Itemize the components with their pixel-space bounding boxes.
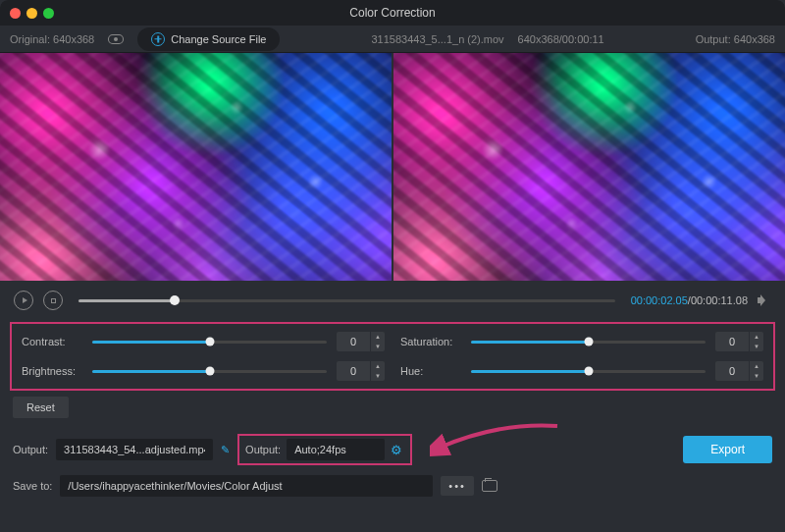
sliders-panel: Contrast: ▲▼ Saturation: ▲▼ Brightness: … xyxy=(10,322,775,391)
saturation-slider[interactable] xyxy=(471,341,706,344)
brightness-input[interactable] xyxy=(337,361,370,381)
save-to-label: Save to: xyxy=(13,480,52,492)
plus-icon xyxy=(151,32,165,46)
open-folder-icon[interactable] xyxy=(482,480,497,492)
hue-value: ▲▼ xyxy=(715,361,763,381)
preview-row xyxy=(0,53,785,281)
browse-button[interactable]: ••• xyxy=(441,476,474,496)
brightness-step-up[interactable]: ▲ xyxy=(371,361,385,371)
stop-icon xyxy=(51,298,56,303)
contrast-control: Contrast: ▲▼ xyxy=(22,332,385,351)
close-icon[interactable] xyxy=(10,8,21,19)
hue-slider[interactable] xyxy=(471,370,706,373)
annotation-arrow-icon xyxy=(430,420,567,459)
output-format-box: Output: ⚙ xyxy=(237,434,412,465)
output-format-label: Output: xyxy=(245,444,281,455)
source-filename: 311583443_5...1_n (2).mov xyxy=(371,33,503,45)
saturation-control: Saturation: ▲▼ xyxy=(400,332,763,351)
hue-step-up[interactable]: ▲ xyxy=(750,361,763,371)
playback-bar: 00:00:02.05/00:00:11.08 xyxy=(0,281,785,322)
output-file-label: Output: xyxy=(13,444,48,455)
output-row: Output: ✎ Output: ⚙ Export xyxy=(0,426,785,473)
brightness-label: Brightness: xyxy=(22,365,82,377)
brightness-slider[interactable] xyxy=(92,370,327,373)
gear-icon[interactable]: ⚙ xyxy=(391,443,402,457)
preview-output xyxy=(393,53,785,281)
stop-button[interactable] xyxy=(43,291,63,310)
hue-input[interactable] xyxy=(715,361,749,381)
reset-button[interactable]: Reset xyxy=(13,397,69,418)
change-source-button[interactable]: Change Source File xyxy=(137,27,280,51)
export-button[interactable]: Export xyxy=(683,436,772,463)
title-bar: Color Correction xyxy=(0,0,785,26)
seek-fill xyxy=(78,299,175,302)
original-label: Original: 640x368 xyxy=(10,33,94,45)
time-display: 00:00:02.05/00:00:11.08 xyxy=(631,294,748,306)
window-title: Color Correction xyxy=(349,6,435,20)
output-format-field[interactable] xyxy=(287,439,385,460)
seek-slider[interactable] xyxy=(78,299,615,302)
eye-icon[interactable] xyxy=(108,34,124,44)
seek-thumb[interactable] xyxy=(170,295,180,305)
volume-icon[interactable] xyxy=(758,294,771,306)
maximize-icon[interactable] xyxy=(43,8,54,19)
save-path-field[interactable] xyxy=(60,475,433,497)
contrast-input[interactable] xyxy=(337,332,370,351)
output-dims-label: Output: 640x368 xyxy=(696,33,775,45)
output-filename-field[interactable] xyxy=(56,439,213,460)
contrast-label: Contrast: xyxy=(22,336,82,347)
contrast-value: ▲▼ xyxy=(337,332,385,351)
saturation-step-up[interactable]: ▲ xyxy=(750,332,763,342)
brightness-control: Brightness: ▲▼ xyxy=(22,361,385,381)
contrast-step-up[interactable]: ▲ xyxy=(371,332,385,342)
play-icon xyxy=(23,297,27,303)
brightness-step-down[interactable]: ▼ xyxy=(371,371,385,381)
edit-filename-icon[interactable]: ✎ xyxy=(221,444,230,456)
minimize-icon[interactable] xyxy=(26,8,37,19)
hue-step-down[interactable]: ▼ xyxy=(750,371,763,381)
save-row: Save to: ••• xyxy=(0,473,785,506)
info-bar: Original: 640x368 Change Source File 311… xyxy=(0,26,785,53)
saturation-step-down[interactable]: ▼ xyxy=(750,342,763,351)
window-controls xyxy=(10,8,54,19)
contrast-slider[interactable] xyxy=(92,341,327,344)
saturation-input[interactable] xyxy=(715,332,749,351)
hue-label: Hue: xyxy=(400,365,461,377)
source-meta: 640x368/00:00:11 xyxy=(518,33,604,45)
saturation-value: ▲▼ xyxy=(715,332,763,351)
change-source-label: Change Source File xyxy=(171,33,266,45)
hue-control: Hue: ▲▼ xyxy=(400,361,763,381)
play-button[interactable] xyxy=(14,291,33,310)
brightness-value: ▲▼ xyxy=(337,361,385,381)
preview-original xyxy=(0,53,392,281)
contrast-step-down[interactable]: ▼ xyxy=(371,342,385,351)
saturation-label: Saturation: xyxy=(400,336,461,347)
